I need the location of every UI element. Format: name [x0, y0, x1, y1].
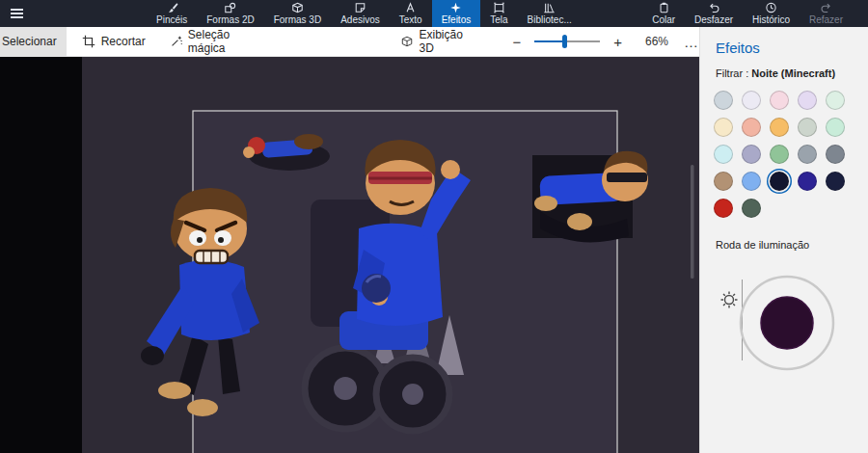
- tab-label: Adesivos: [340, 14, 380, 25]
- filter-swatch[interactable]: [714, 91, 733, 110]
- lighting-wheel-color[interactable]: [761, 297, 813, 349]
- filter-swatch[interactable]: [742, 199, 761, 218]
- select-button[interactable]: Selecionar: [0, 27, 67, 57]
- filter-swatch[interactable]: [770, 145, 789, 164]
- tab-label: Efeitos: [442, 14, 472, 25]
- tab-label: Pincéis: [156, 14, 187, 25]
- redo-button[interactable]: Refazer: [800, 0, 853, 27]
- canvas-icon: [493, 2, 505, 13]
- panel-title: Efeitos: [700, 27, 868, 56]
- tab-label: Formas 2D: [206, 14, 254, 25]
- lighting-wheel-label: Roda de iluminação: [700, 218, 868, 251]
- history-icon: [765, 2, 777, 13]
- filter-value: Noite (Minecraft): [751, 67, 835, 79]
- tab-label: Texto: [399, 14, 422, 25]
- sun-icon[interactable]: [721, 292, 738, 308]
- canvas-3d-scene: [0, 57, 699, 453]
- top-menu-bar: Pincéis Formas 2D Formas 3D Adesivos Tex…: [0, 0, 868, 27]
- menu-icon[interactable]: [0, 0, 33, 27]
- zoom-out-button[interactable]: −: [509, 34, 526, 50]
- action-label: Desfazer: [694, 14, 733, 25]
- filter-swatch[interactable]: [714, 199, 733, 218]
- filter-swatch[interactable]: [742, 91, 761, 110]
- tab-formas-3d[interactable]: Formas 3D: [264, 0, 331, 27]
- tab-label: Formas 3D: [274, 14, 321, 25]
- magic-wand-icon: [171, 35, 182, 48]
- crop-icon: [82, 35, 95, 48]
- view-3d-button[interactable]: Exibição 3D: [401, 28, 472, 55]
- zoom-slider[interactable]: [534, 35, 600, 48]
- filter-swatch[interactable]: [798, 118, 817, 137]
- zoom-slider-thumb[interactable]: [562, 35, 567, 48]
- effects-panel: Efeitos Filtrar : Noite (Minecraft) Roda…: [699, 27, 868, 453]
- zoom-value: 66%: [645, 35, 668, 48]
- more-options-button[interactable]: …: [684, 34, 699, 50]
- magic-select-label: Seleção mágica: [188, 28, 259, 55]
- filter-label: Filtrar :: [716, 67, 748, 79]
- zoom-slider-fill: [534, 40, 562, 42]
- filter-swatch[interactable]: [770, 91, 789, 110]
- filter-swatch[interactable]: [742, 118, 761, 137]
- view-3d-label: Exibição 3D: [419, 28, 472, 55]
- filter-row: Filtrar : Noite (Minecraft): [700, 56, 868, 79]
- filter-swatch[interactable]: [714, 172, 733, 191]
- canvas-3d-object-character-right[interactable]: [532, 151, 648, 243]
- filter-swatch[interactable]: [742, 145, 761, 164]
- filter-swatch[interactable]: [714, 145, 733, 164]
- canvas-scrollbar[interactable]: [691, 165, 694, 279]
- filter-swatch[interactable]: [826, 172, 845, 191]
- filter-swatch[interactable]: [770, 118, 789, 137]
- shapes-3d-icon: [291, 2, 304, 13]
- main-tabs: Pincéis Formas 2D Formas 3D Adesivos Tex…: [147, 0, 582, 27]
- filter-swatch[interactable]: [798, 172, 817, 191]
- filter-swatch[interactable]: [798, 91, 817, 110]
- crop-button[interactable]: Recortar: [82, 35, 146, 48]
- undo-icon: [708, 2, 720, 13]
- paste-button[interactable]: Colar: [642, 0, 685, 27]
- undo-button[interactable]: Desfazer: [685, 0, 743, 27]
- filter-swatch[interactable]: [826, 145, 845, 164]
- history-button[interactable]: Histórico: [743, 0, 800, 27]
- brush-icon: [166, 2, 178, 13]
- action-label: Refazer: [809, 14, 843, 25]
- tab-adesivos[interactable]: Adesivos: [331, 0, 390, 27]
- tab-biblioteca[interactable]: Bibliotec...: [518, 0, 582, 27]
- tab-pinceis[interactable]: Pincéis: [147, 0, 197, 27]
- tab-texto[interactable]: Texto: [390, 0, 432, 27]
- tab-label: Tela: [490, 14, 507, 25]
- magic-select-button[interactable]: Seleção mágica: [171, 28, 259, 55]
- action-label: Histórico: [752, 14, 790, 25]
- shapes-2d-icon: [224, 2, 236, 13]
- library-icon: [543, 2, 556, 13]
- topbar-actions: Colar Desfazer Histórico Refazer: [642, 0, 853, 27]
- edit-toolbar: Selecionar Recortar Seleção mágica Exibi…: [0, 27, 699, 57]
- text-icon: [404, 2, 417, 13]
- action-label: Colar: [652, 14, 675, 25]
- filter-swatch[interactable]: [742, 172, 761, 191]
- tab-label: Bibliotec...: [528, 14, 572, 25]
- stickers-icon: [354, 2, 366, 13]
- crop-label: Recortar: [101, 35, 146, 48]
- tab-tela[interactable]: Tela: [480, 0, 517, 27]
- lighting-wheel[interactable]: [700, 268, 868, 413]
- filter-swatch-grid: [700, 79, 868, 218]
- clipboard-icon: [658, 2, 670, 13]
- select-label: Selecionar: [2, 35, 57, 48]
- canvas-area[interactable]: [0, 57, 699, 453]
- filter-swatch[interactable]: [798, 145, 817, 164]
- zoom-in-button[interactable]: +: [610, 34, 626, 50]
- redo-icon: [820, 2, 832, 13]
- effects-icon: [449, 2, 462, 13]
- filter-swatch[interactable]: [826, 91, 845, 110]
- filter-swatch[interactable]: [714, 118, 733, 137]
- filter-swatch[interactable]: [770, 172, 789, 191]
- tab-efeitos[interactable]: Efeitos: [432, 0, 481, 27]
- tab-formas-2d[interactable]: Formas 2D: [197, 0, 263, 27]
- filter-swatch[interactable]: [826, 118, 845, 137]
- view-3d-icon: [401, 35, 413, 48]
